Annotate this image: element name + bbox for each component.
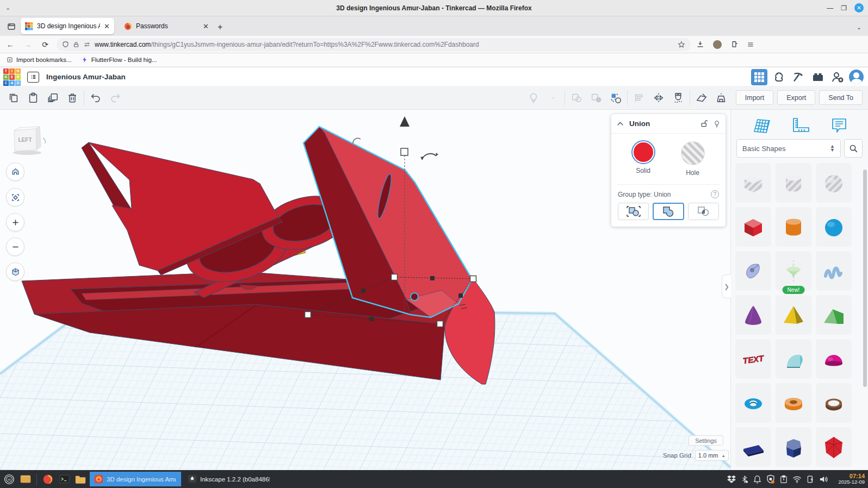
undo-icon[interactable] (88, 90, 104, 106)
taskbar-window-tinkercad[interactable]: 3D design Ingenious Amur... (90, 472, 181, 486)
import-button[interactable]: Import (736, 90, 773, 105)
downloads-icon[interactable] (696, 40, 704, 48)
shape-tile-polygon[interactable] (776, 427, 811, 467)
shape-tile-half-cylinder[interactable] (776, 339, 811, 379)
ruler-tool-icon[interactable] (713, 90, 729, 106)
user-avatar[interactable] (849, 70, 864, 84)
hole-swatch[interactable] (681, 141, 705, 165)
caret-icon[interactable] (545, 90, 561, 106)
lock-icon[interactable] (73, 41, 79, 48)
snap-grid-dropdown[interactable]: 1.0 mm▲ (695, 450, 729, 461)
app-menu-button[interactable]: m (2, 472, 16, 486)
zoom-in-button[interactable] (6, 213, 24, 232)
files-folder-icon[interactable] (73, 472, 88, 486)
3d-viewport[interactable]: LEFT Union (0, 110, 730, 470)
volume-icon[interactable] (819, 475, 828, 484)
shape-tile-text[interactable]: TEXT (735, 339, 771, 379)
solid-swatch[interactable] (633, 141, 654, 163)
shape-tile-scribble[interactable] (735, 251, 771, 291)
group-type-original-button[interactable] (618, 203, 649, 220)
collapse-panel-button[interactable]: ❯ (722, 274, 731, 298)
delete-icon[interactable] (64, 90, 80, 106)
new-tab-button[interactable]: + (218, 22, 222, 32)
clock[interactable]: 07:14 2025-12-09 (833, 473, 867, 486)
extensions-icon[interactable] (730, 40, 738, 48)
collapse-inspector-icon[interactable] (617, 121, 624, 126)
blocks-grid-icon[interactable] (751, 69, 767, 85)
firefox-view-icon[interactable] (4, 20, 18, 34)
settings-button[interactable]: Settings (689, 435, 723, 446)
shape-tile-roof[interactable] (816, 295, 852, 335)
close-button[interactable]: ✕ (854, 3, 864, 12)
bookmark-star-icon[interactable] (678, 41, 685, 48)
tracking-protection-icon[interactable] (62, 41, 69, 48)
group-icon[interactable] (568, 90, 585, 106)
wifi-icon[interactable] (792, 476, 802, 483)
shape-category-select[interactable]: Basic Shapes ▲▼ (736, 139, 841, 158)
clipboard-icon[interactable] (780, 475, 788, 484)
menu-icon[interactable] (747, 41, 754, 48)
taskbar-window-inkscape[interactable]: Inkscape 1.2.2 (b0a84865... (183, 472, 275, 486)
minecraft-pickaxe-icon[interactable] (790, 69, 807, 85)
shape-tile-hole-sphere[interactable] (816, 163, 852, 203)
notifications-bell-icon[interactable] (753, 475, 761, 484)
bookmark-import[interactable]: Import bookmarks... (7, 57, 72, 63)
dropbox-icon[interactable] (727, 475, 736, 483)
shape-tile-torus-thick[interactable] (776, 383, 811, 423)
shape-tile-wedge[interactable] (735, 427, 771, 467)
security-shield-icon[interactable] (766, 474, 775, 484)
paste-icon[interactable] (25, 90, 41, 106)
bluetooth-icon[interactable] (741, 475, 748, 484)
perspective-toggle-button[interactable] (6, 262, 24, 281)
shape-tile-cylinder[interactable] (776, 207, 811, 247)
file-manager-icon[interactable] (18, 472, 33, 486)
power-manager-icon[interactable] (807, 475, 814, 484)
brick-icon[interactable] (810, 69, 826, 85)
shape-tile-box[interactable] (735, 207, 771, 247)
shape-tile-spinner-top[interactable]: New! (776, 251, 811, 291)
forward-button[interactable]: → (22, 40, 34, 49)
shape-tile-half-sphere[interactable] (816, 339, 852, 379)
help-icon[interactable]: ? (711, 190, 719, 198)
flip-icon[interactable] (650, 90, 667, 106)
search-shapes-button[interactable] (844, 139, 863, 158)
ruler-helper-icon[interactable] (791, 117, 810, 134)
workplane-helper-icon[interactable] (751, 117, 771, 134)
design-title[interactable]: Ingenious Amur-Jaban (46, 73, 126, 81)
minimize-button[interactable]: — (827, 5, 833, 11)
shape-tile-pyramid[interactable] (776, 295, 811, 335)
export-button[interactable]: Export (777, 90, 815, 105)
solid-option[interactable]: Solid (633, 141, 654, 177)
viewcube[interactable]: LEFT (9, 123, 48, 157)
copy-icon[interactable] (5, 90, 22, 106)
shape-tile-cone[interactable] (735, 295, 771, 335)
send-to-button[interactable]: Send To (819, 90, 863, 105)
list-all-tabs-icon[interactable]: ⌄ (857, 24, 861, 31)
tab-passwords[interactable]: Passwords ✕ (120, 18, 213, 34)
bookmark-flutterflow[interactable]: FlutterFlow - Build hig... (82, 57, 157, 63)
design-menu-button[interactable] (27, 72, 39, 83)
workplane-tool-icon[interactable] (693, 90, 710, 106)
shape-tile-torus[interactable] (735, 383, 771, 423)
group-type-union-button[interactable] (653, 203, 684, 220)
tab-tinkercad[interactable]: 3D design Ingenious Amur-J ✕ (21, 18, 114, 34)
home-view-button[interactable] (6, 162, 24, 181)
shape-tile-icosahedron[interactable] (816, 427, 852, 467)
shape-tile-hole-cylinder[interactable] (776, 163, 811, 203)
fit-view-button[interactable] (6, 188, 24, 207)
shape-tile-squiggle[interactable] (816, 251, 852, 291)
ungroup-icon[interactable] (588, 90, 604, 106)
tab-close-icon[interactable]: ✕ (203, 22, 209, 30)
shape-tile-sphere[interactable] (816, 207, 852, 247)
zoom-out-button[interactable] (6, 237, 24, 256)
notes-icon[interactable] (830, 117, 848, 134)
hole-option[interactable]: Hole (681, 141, 705, 177)
shape-tile-tube[interactable] (816, 383, 852, 423)
lock-shape-icon[interactable] (700, 120, 708, 128)
duplicate-icon[interactable] (45, 90, 61, 106)
group-type-intersect-button[interactable] (688, 203, 719, 220)
firefox-launcher-icon[interactable] (41, 472, 55, 486)
align-icon[interactable] (631, 90, 647, 106)
tinkercad-logo[interactable]: TINKERCAD (3, 68, 21, 86)
restore-button[interactable]: ❐ (841, 5, 847, 11)
